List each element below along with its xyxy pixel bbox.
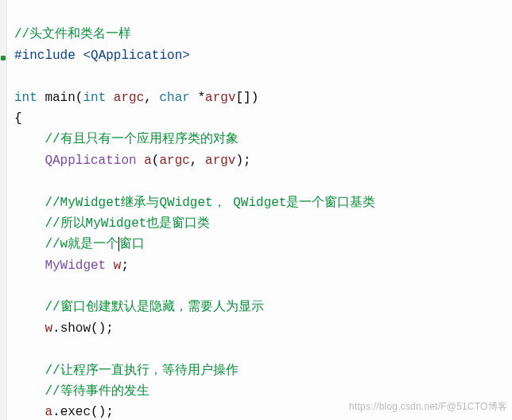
code-line: w.show(); [14,321,114,336]
func-main: main [37,91,76,105]
brace-open: { [14,111,22,126]
comment: //MyWidget继承与QWidget， QWidget是一个窗口基类 [45,196,375,210]
var-a: a [144,154,152,168]
gutter-marker [1,56,6,60]
var-w: w [45,321,52,336]
comment: //等待事件的发生 [45,384,149,399]
type-qapplication: QApplication [45,154,136,168]
comment: //有且只有一个应用程序类的对象 [45,132,238,146]
keyword-int: int [14,91,37,105]
var-a: a [45,405,52,419]
code-line: //让程序一直执行，等待用户操作 [14,364,239,378]
gutter [0,0,7,420]
code-line: //MyWidget继承与QWidget， QWidget是一个窗口基类 [14,196,375,210]
code-line: int main(int argc, char *argv[]) [14,91,258,105]
code-line: //等待事件的发生 [14,384,149,399]
code-line: //头文件和类名一样 [14,27,131,41]
var-argv: argv [205,91,235,105]
code-line: QApplication a(argc, argv); [14,154,251,168]
method-show: show [60,321,91,336]
comment: //w就是一个 [45,237,118,251]
method-exec: exec [60,405,91,419]
code-line: //w就是一个窗口 [14,237,145,251]
angle-lt: < [83,49,91,63]
code-line: a.exec(); [14,405,114,419]
angle-gt: > [182,49,190,63]
preprocessor: #include [14,49,83,63]
comment: //让程序一直执行，等待用户操作 [45,364,238,378]
comment: //所以MyWidget也是窗口类 [45,216,210,231]
keyword-char: char [159,91,189,105]
type-mywidget: MyWidget [45,259,106,273]
code-line: { [14,111,22,126]
code-line: //窗口创建默认是隐藏，需要人为显示 [14,300,264,314]
comment: //窗口创建默认是隐藏，需要人为显示 [45,300,263,314]
code-line: //所以MyWidget也是窗口类 [14,216,210,231]
code-block: //头文件和类名一样 #include <QApplication> int m… [0,0,512,420]
include-header: QApplication [91,49,182,63]
var-argc: argc [106,91,144,105]
code-line: //有且只有一个应用程序类的对象 [14,132,239,146]
keyword-int: int [83,91,106,105]
comment: //头文件和类名一样 [14,27,131,41]
var-w: w [114,259,122,273]
code-line: MyWidget w; [14,259,129,273]
code-line: #include <QApplication> [14,49,190,63]
